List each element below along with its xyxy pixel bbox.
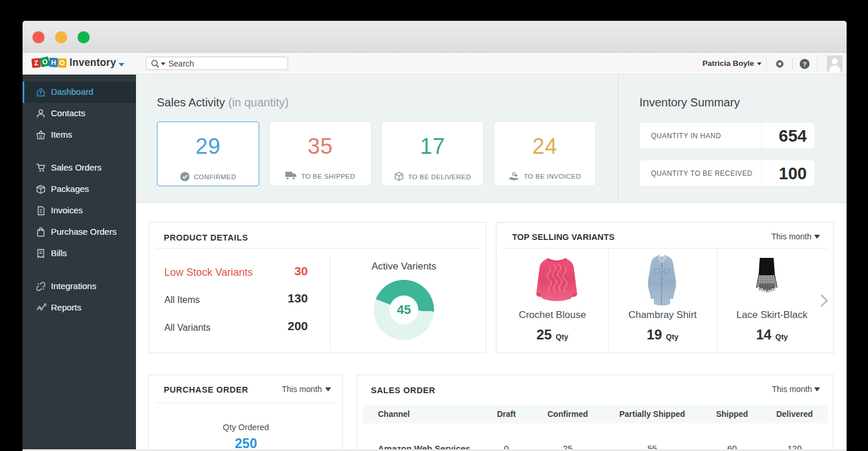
svg-text:?: ? <box>803 61 807 68</box>
